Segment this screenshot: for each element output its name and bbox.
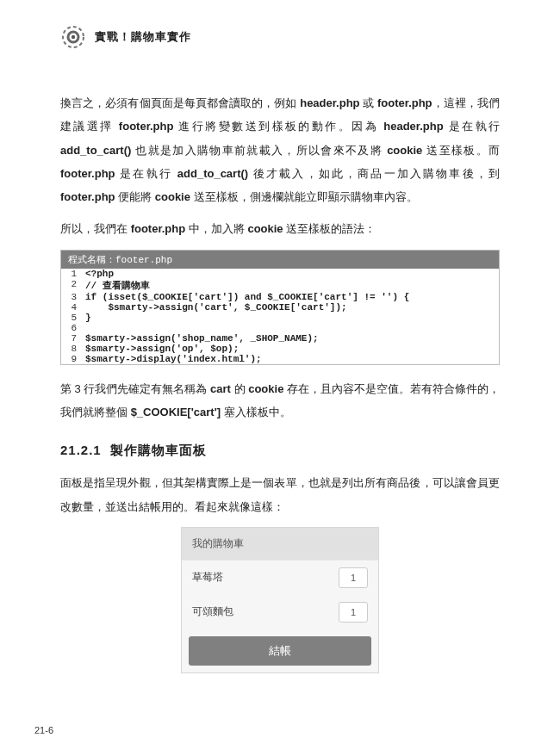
chapter-logo-icon: [60, 24, 86, 50]
cart-title: 我的購物車: [182, 528, 378, 560]
cart-item-row: 草莓塔1: [182, 560, 378, 595]
cart-item-name: 草莓塔: [192, 570, 223, 585]
code-line: 4 $smarty->assign('cart', $_COOKIE['cart…: [61, 302, 499, 313]
code-line: 9$smarty->display('index.html');: [61, 354, 499, 364]
checkout-button[interactable]: 結帳: [189, 636, 371, 666]
paragraph-2: 所以，我們在 footer.php 中，加入將 cookie 送至樣板的語法：: [60, 217, 500, 240]
paragraph-3: 第 3 行我們先確定有無名稱為 cart 的 cookie 存在，且內容不是空值…: [60, 377, 500, 424]
page: 實戰！購物車實作 換言之，必須有個頁面是每頁都會讀取的，例如 header.ph…: [0, 0, 560, 756]
section-heading: 21.2.1 製作購物車面板: [60, 443, 500, 459]
code-line: 6: [61, 323, 499, 333]
cart-qty-input[interactable]: 1: [339, 567, 368, 588]
paragraph-1: 換言之，必須有個頁面是每頁都會讀取的，例如 header.php 或 foote…: [60, 91, 500, 208]
code-block: 程式名稱：footer.php 1<?php2// 查看購物車3if (isse…: [60, 250, 500, 365]
body-content: 換言之，必須有個頁面是每頁都會讀取的，例如 header.php 或 foote…: [60, 91, 500, 673]
code-line: 1<?php: [61, 269, 499, 279]
code-title: 程式名稱：footer.php: [61, 251, 499, 269]
page-number: 21-6: [34, 725, 53, 735]
code-line: 3if (isset($_COOKIE['cart']) and $_COOKI…: [61, 292, 499, 302]
cart-item-name: 可頌麵包: [192, 604, 233, 619]
code-line: 8$smarty->assign('op', $op);: [61, 344, 499, 354]
code-lines: 1<?php2// 查看購物車3if (isset($_COOKIE['cart…: [61, 269, 499, 364]
paragraph-4: 面板是指呈現外觀，但其架構實際上是一個表單，也就是列出所有商品後，可以讓會員更改…: [60, 471, 500, 518]
page-header: 實戰！購物車實作: [60, 24, 500, 50]
cart-qty-input[interactable]: 1: [339, 602, 368, 623]
code-line: 7$smarty->assign('shop_name', _SHOP_NAME…: [61, 333, 499, 344]
code-line: 2// 查看購物車: [61, 279, 499, 292]
cart-panel-screenshot: 我的購物車 草莓塔1可頌麵包1 結帳: [181, 527, 379, 673]
checkout-wrap: 結帳: [189, 636, 371, 666]
code-line: 5}: [61, 313, 499, 323]
svg-point-2: [72, 35, 75, 39]
chapter-title: 實戰！購物車實作: [95, 29, 191, 45]
cart-item-row: 可頌麵包1: [182, 595, 378, 629]
